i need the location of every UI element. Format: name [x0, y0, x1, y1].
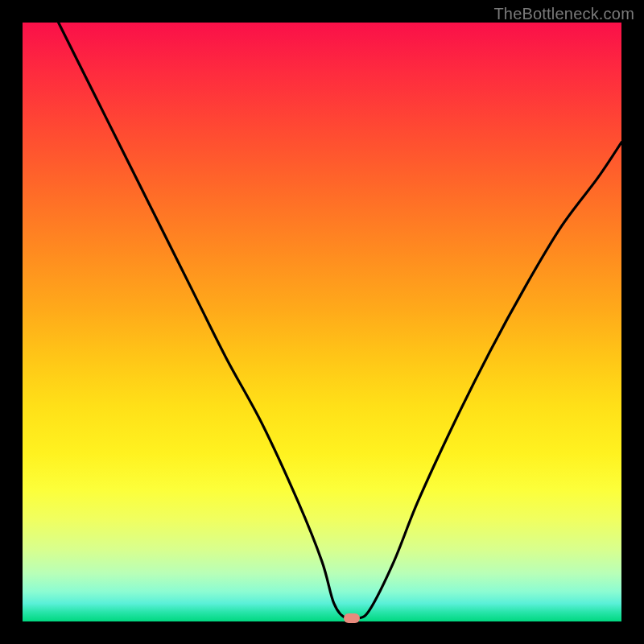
optimum-marker	[344, 613, 360, 623]
chart-frame: TheBottleneck.com	[0, 0, 644, 644]
plot-area	[23, 23, 621, 621]
watermark-text: TheBottleneck.com	[493, 5, 634, 23]
bottleneck-curve	[23, 23, 621, 621]
